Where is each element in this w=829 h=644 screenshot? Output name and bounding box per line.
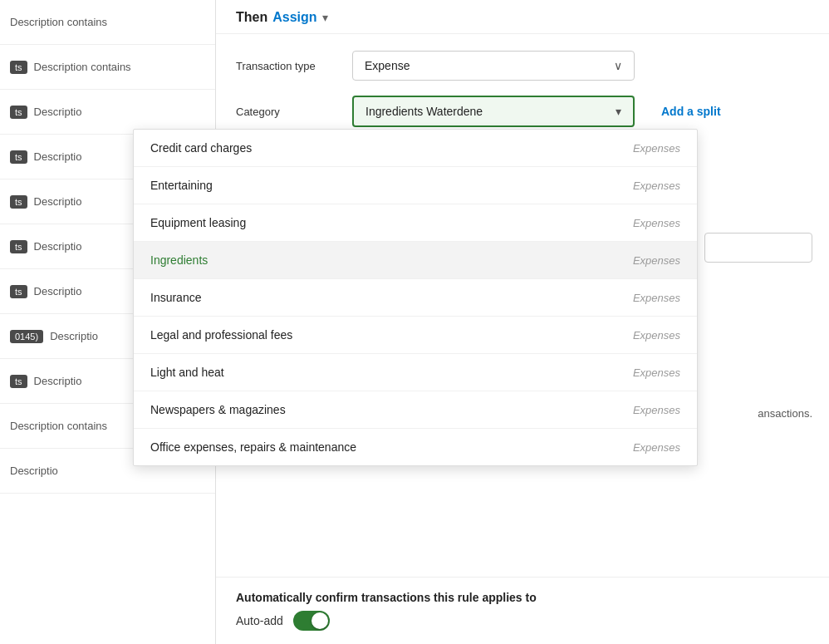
row-text: Descriptio (34, 150, 82, 163)
row-badge: ts (10, 375, 27, 388)
row-badge: 0145) (10, 330, 43, 343)
table-row: ts Descriptio (0, 90, 215, 135)
dropdown-item-name: Entertaining (150, 179, 213, 192)
auto-confirm-text: Automatically confirm transactions this … (236, 591, 809, 604)
transaction-type-dropdown[interactable]: Expense ∨ (352, 51, 635, 81)
category-dropdown[interactable]: Ingredients Waterdene ▾ (352, 96, 635, 127)
dropdown-chevron-icon: ∨ (614, 59, 622, 72)
bottom-section: Automatically confirm transactions this … (216, 577, 829, 644)
transaction-type-label: Transaction type (236, 60, 336, 72)
row-text: Descriptio (34, 106, 82, 118)
row-text: Description contains (10, 16, 107, 28)
toggle-knob (311, 612, 328, 629)
dropdown-item-newspapers[interactable]: Newspapers & magazines Expenses (134, 391, 697, 429)
dropdown-item-ingredients[interactable]: Ingredients Expenses (134, 242, 697, 279)
dropdown-item-type: Expenses (633, 366, 680, 379)
chevron-down-icon[interactable]: ▾ (322, 11, 328, 24)
dropdown-item-name: Ingredients (150, 253, 208, 267)
category-label: Category (236, 106, 336, 118)
row-text: Descriptio (10, 465, 58, 477)
dropdown-item-name: Credit card charges (150, 141, 252, 155)
right-side-input[interactable] (704, 233, 812, 263)
row-text: Descriptio (50, 330, 98, 342)
dropdown-item-light[interactable]: Light and heat Expenses (134, 354, 697, 391)
dropdown-item-office[interactable]: Office expenses, repairs & maintenance E… (134, 429, 697, 465)
row-text: Description contains (10, 420, 107, 432)
dropdown-item-type: Expenses (633, 441, 680, 454)
dropdown-item-legal[interactable]: Legal and professional fees Expenses (134, 317, 697, 354)
dropdown-item-type: Expenses (633, 292, 680, 304)
row-text: Descriptio (34, 285, 82, 297)
row-badge: ts (10, 150, 27, 164)
dropdown-item-type: Expenses (633, 217, 680, 229)
dropdown-item-name: Equipment leasing (150, 216, 246, 229)
dropdown-item-type: Expenses (633, 142, 680, 155)
dropdown-item-name: Newspapers & magazines (150, 403, 286, 416)
add-split-button[interactable]: Add a split (661, 105, 721, 118)
transaction-type-value: Expense (365, 59, 410, 72)
row-badge: ts (10, 240, 27, 253)
category-chevron-icon: ▾ (616, 105, 621, 118)
table-row: Description contains (0, 0, 215, 45)
transactions-text: ansactions. (758, 407, 812, 420)
row-badge: ts (10, 106, 27, 119)
auto-add-label: Auto-add (236, 614, 283, 627)
form-area: Transaction type Expense ∨ Category Ingr… (216, 34, 829, 127)
dropdown-item-type: Expenses (633, 254, 680, 267)
then-assign-header: Then Assign ▾ (216, 0, 829, 34)
assign-label: Assign (272, 10, 316, 25)
transaction-type-row: Transaction type Expense ∨ (236, 51, 809, 81)
row-text: Description contains (34, 61, 131, 73)
auto-add-row: Auto-add (236, 611, 809, 631)
row-text: Descriptio (34, 195, 82, 208)
dropdown-item-entertaining[interactable]: Entertaining Expenses (134, 167, 697, 204)
dropdown-item-name: Light and heat (150, 366, 224, 379)
dropdown-item-type: Expenses (633, 179, 680, 192)
then-label: Then (236, 10, 267, 25)
row-text: Descriptio (34, 240, 82, 253)
row-badge: ts (10, 61, 27, 74)
dropdown-item-name: Office expenses, repairs & maintenance (150, 440, 356, 454)
row-badge: ts (10, 285, 27, 298)
auto-add-toggle[interactable] (293, 611, 330, 631)
dropdown-item-credit-card[interactable]: Credit card charges Expenses (134, 130, 697, 167)
row-text: Descriptio (34, 375, 82, 387)
dropdown-item-equipment[interactable]: Equipment leasing Expenses (134, 204, 697, 242)
dropdown-item-type: Expenses (633, 329, 680, 342)
category-value: Ingredients Waterdene (365, 105, 483, 118)
dropdown-item-insurance[interactable]: Insurance Expenses (134, 279, 697, 317)
category-dropdown-list: Credit card charges Expenses Entertainin… (133, 129, 698, 466)
dropdown-item-type: Expenses (633, 404, 680, 416)
category-row: Category Ingredients Waterdene ▾ Add a s… (236, 96, 809, 127)
table-row: ts Description contains (0, 45, 215, 90)
row-badge: ts (10, 195, 27, 209)
dropdown-item-name: Insurance (150, 291, 201, 304)
dropdown-item-name: Legal and professional fees (150, 328, 292, 342)
